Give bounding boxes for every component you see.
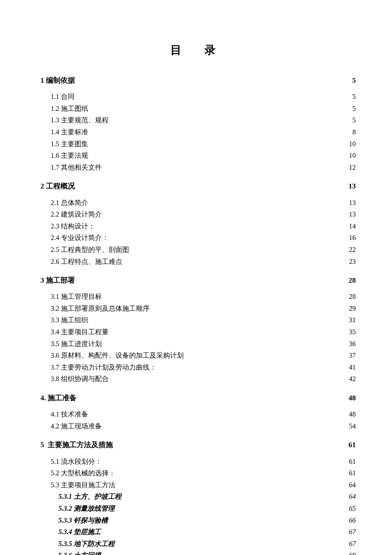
toc-item: 5.2 大型机械的选择：61 [51,468,356,479]
toc-subitem-label: 5.3.6 土方回填 [58,550,101,555]
toc-item: 2.1 总体简介13 [51,197,356,208]
toc-item: 1.3 主要规范、规程5 [51,115,356,126]
toc-item-label: 2.1 总体简介 [51,197,88,208]
toc-item-page: 22 [349,244,356,255]
toc-item-page: 54 [349,421,356,432]
toc-item: 5.1 流水段划分：61 [51,456,356,467]
toc-subitem-page: 64 [349,491,356,502]
toc-item-page: 61 [349,456,356,467]
toc-title: 目 录 [40,43,356,58]
toc-item-page: 48 [349,409,356,420]
toc-subitem-label: 5.3.3 钎探与验槽 [58,515,108,526]
toc-item: 3.2 施工部署原则及总体施工顺序29 [51,303,356,314]
toc-item-label: 1.7 其他相关文件 [51,162,102,173]
toc-section-label: 5 主要施工方法及措施 [40,439,113,451]
toc-subitem-label: 5.3.2 测量放线管理 [58,503,115,514]
toc-item: 2.4 专业设计简介：16 [51,232,356,243]
toc-item-page: 37 [349,350,356,361]
toc-item: 1.6 主要法规10 [51,150,356,161]
toc-item: 1.4 主要标准8 [51,127,356,138]
toc-section: 3 施工部署 28 [40,275,356,286]
toc-subitem-page: 67 [349,526,356,538]
toc-subitem: 5.3.6 土方回填69 [58,550,356,555]
toc-item-page: 5 [352,103,356,114]
toc-section-page: 48 [349,392,356,404]
toc-item-label: 5.1 流水段划分： [51,456,102,467]
toc-section: 5 主要施工方法及措施 61 [40,439,356,451]
toc-page: 目 录 1 编制依据 5 1.1 合同5 1.2 施工图纸5 1.3 主要规范、… [0,0,392,555]
toc-item-page: 61 [349,468,356,479]
toc-subitem: 5.3.1 土方、护坡工程64 [58,491,356,502]
toc-item: 5.3 主要项目施工方法64 [51,480,356,491]
toc-item-label: 5.2 大型机械的选择： [51,468,115,479]
toc-item-label: 2.5 工程典型的平、剖面图 [51,244,129,255]
toc-section-page: 5 [352,75,356,86]
toc-item: 1.1 合同5 [51,91,356,102]
toc-item: 3.6 原材料、构配件、设备的加工及采购计划37 [51,350,356,361]
toc-item-page: 64 [349,480,356,491]
toc-item-page: 29 [349,303,356,314]
toc-item-label: 2.4 专业设计简介： [51,232,109,243]
toc-item-label: 5.3 主要项目施工方法 [51,480,115,491]
toc-item-label: 1.3 主要规范、规程 [51,115,109,126]
toc-subitem-page: 66 [349,515,356,526]
toc-item-label: 3.4 主要项目工程量 [51,327,109,338]
toc-section-label: 4. 施工准备 [40,392,77,404]
toc-item: 3.3 施工组织31 [51,315,356,326]
toc-item-page: 13 [349,197,356,208]
toc-section-page: 61 [349,439,356,451]
toc-item: 2.3 结构设计：14 [51,221,356,232]
toc-subitem-page: 67 [349,538,356,549]
toc-subitem-label: 5.3.5 地下防水工程 [58,538,115,549]
toc-item-page: 14 [349,221,356,232]
toc-item: 1.7 其他相关文件12 [51,162,356,173]
toc-item-label: 3.5 施工进度计划 [51,338,102,350]
toc-item-page: 8 [352,127,356,138]
toc-section-label: 1 编制依据 [40,75,75,86]
toc-item: 3.1 施工管理目标28 [51,291,356,302]
toc-item-page: 31 [349,315,356,326]
toc-section: 2 工程概况 13 [40,180,356,192]
toc-item-page: 5 [352,115,356,126]
toc-subitem: 5.3.5 地下防水工程67 [58,538,356,549]
toc-section-label: 2 工程概况 [40,180,75,192]
toc-item-label: 1.6 主要法规 [51,150,88,161]
toc-section-page: 28 [349,275,356,286]
toc-item-page: 28 [349,291,356,302]
toc-item-label: 3.2 施工部署原则及总体施工顺序 [51,303,150,314]
toc-subitem: 5.3.3 钎探与验槽66 [58,515,356,526]
toc-item-page: 16 [349,232,356,243]
toc-subitem-page: 69 [349,550,356,555]
toc-item-label: 1.2 施工图纸 [51,103,88,114]
toc-item-page: 42 [349,373,356,384]
toc-item-label: 3.6 原材料、构配件、设备的加工及采购计划 [51,350,184,361]
toc-item: 2.5 工程典型的平、剖面图22 [51,244,356,255]
toc-item-page: 23 [349,256,356,267]
toc-section: 4. 施工准备 48 [40,392,356,404]
toc-item: 3.8 组织协调与配合42 [51,373,356,384]
toc-subitem: 5.3.4 垫层施工67 [58,526,356,538]
toc-item-label: 2.2 建筑设计简介 [51,209,102,220]
toc-item: 2.2 建筑设计简介13 [51,209,356,220]
toc-item-label: 3.8 组织协调与配合 [51,373,109,384]
toc-item-label: 1.1 合同 [51,91,75,102]
toc-section-page: 13 [349,180,356,192]
toc-item-page: 10 [349,139,356,150]
toc-section: 1 编制依据 5 [40,75,356,86]
toc-item-label: 1.4 主要标准 [51,127,88,138]
toc-item-label: 2.3 结构设计： [51,221,95,232]
toc-item-label: 3.7 主要劳动力计划及劳动力曲线： [51,362,156,373]
toc-item: 1.2 施工图纸5 [51,103,356,114]
toc-item-page: 36 [349,338,356,350]
toc-subitem-label: 5.3.4 垫层施工 [58,526,101,538]
toc-item-label: 2.6 工程特点、施工难点 [51,256,122,267]
toc-item: 2.6 工程特点、施工难点23 [51,256,356,267]
toc-item-label: 4.1 技术准备 [51,409,88,420]
toc-item: 4.1 技术准备48 [51,409,356,420]
toc-item: 3.4 主要项目工程量35 [51,327,356,338]
toc-item: 4.2 施工现场准备54 [51,421,356,432]
toc-item-label: 3.3 施工组织 [51,315,88,326]
toc-item-page: 35 [349,327,356,338]
toc-item: 1.5 主要图集10 [51,139,356,150]
toc-item: 3.7 主要劳动力计划及劳动力曲线：41 [51,362,356,373]
